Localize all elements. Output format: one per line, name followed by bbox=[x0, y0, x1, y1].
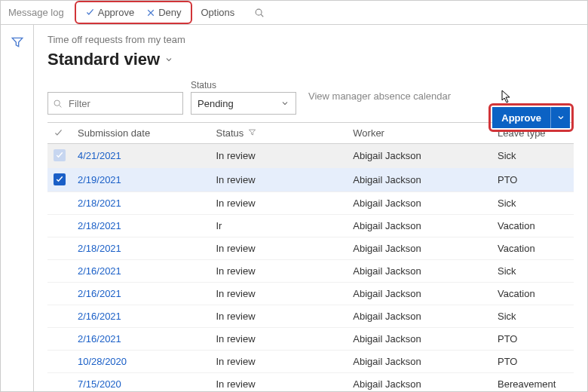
cell-submission-date[interactable]: 2/19/2021 bbox=[72, 168, 210, 192]
table-row[interactable]: 2/18/2021In reviewAbigail JacksonVacatio… bbox=[47, 237, 574, 260]
toolbar-deny-button[interactable]: Deny bbox=[140, 4, 187, 21]
filter-input[interactable] bbox=[67, 97, 178, 110]
check-icon bbox=[54, 173, 66, 185]
row-checkbox[interactable] bbox=[47, 260, 72, 283]
cell-leave-type: PTO bbox=[492, 168, 574, 192]
left-rail bbox=[1, 25, 34, 391]
page-title-text: Standard view bbox=[47, 50, 160, 69]
cell-leave-type: Vacation bbox=[492, 215, 574, 237]
manager-calendar-link[interactable]: View manager absence calendar bbox=[308, 90, 451, 102]
row-checkbox[interactable] bbox=[47, 192, 72, 215]
select-all-header[interactable] bbox=[47, 123, 72, 144]
status-value: Pending bbox=[198, 98, 234, 109]
cell-status: In review bbox=[210, 260, 348, 283]
table-row[interactable]: 2/18/2021IrAbigail JacksonVacation bbox=[47, 215, 574, 237]
cell-worker[interactable]: Abigail Jackson bbox=[347, 168, 492, 192]
breadcrumb: Time off requests from my team bbox=[47, 34, 574, 45]
cell-status: In review bbox=[210, 192, 348, 215]
cell-submission-date[interactable]: 2/16/2021 bbox=[72, 328, 210, 351]
row-checkbox[interactable] bbox=[47, 328, 72, 351]
search-icon bbox=[254, 8, 265, 18]
approve-primary-dropdown[interactable] bbox=[550, 107, 570, 128]
row-checkbox[interactable] bbox=[47, 144, 72, 168]
cell-worker[interactable]: Abigail Jackson bbox=[347, 283, 492, 305]
col-status[interactable]: Status bbox=[210, 123, 348, 144]
cell-leave-type: Sick bbox=[492, 192, 574, 215]
row-checkbox[interactable] bbox=[47, 351, 72, 373]
table-row[interactable]: 4/21/2021In reviewAbigail JacksonSick bbox=[47, 144, 574, 168]
search-icon bbox=[53, 99, 63, 109]
cell-status: In review bbox=[210, 351, 348, 373]
content-area: Time off requests from my team Standard … bbox=[1, 25, 587, 391]
table-row[interactable]: 2/16/2021In reviewAbigail JacksonPTO bbox=[47, 328, 574, 351]
table-row[interactable]: 10/28/2020In reviewAbigail JacksonPTO bbox=[47, 351, 574, 373]
table-row[interactable]: 2/16/2021In reviewAbigail JacksonSick bbox=[47, 260, 574, 283]
approve-primary-highlight: Approve bbox=[488, 103, 574, 132]
toolbar-approve-button[interactable]: Approve bbox=[79, 4, 140, 21]
cell-worker[interactable]: Abigail Jackson bbox=[347, 328, 492, 351]
cell-worker[interactable]: Abigail Jackson bbox=[347, 373, 492, 392]
filter-icon bbox=[248, 127, 256, 139]
main-panel: Time off requests from my team Standard … bbox=[34, 25, 587, 391]
approve-deny-highlight: Approve Deny bbox=[75, 1, 192, 24]
cell-worker[interactable]: Abigail Jackson bbox=[347, 260, 492, 283]
cell-leave-type: Vacation bbox=[492, 237, 574, 260]
filter-input-wrap[interactable] bbox=[47, 92, 183, 115]
table-row[interactable]: 2/16/2021In reviewAbigail JacksonSick bbox=[47, 305, 574, 328]
toolbar-search-button[interactable] bbox=[248, 5, 271, 21]
row-checkbox[interactable] bbox=[47, 237, 72, 260]
cell-worker[interactable]: Abigail Jackson bbox=[347, 192, 492, 215]
row-checkbox[interactable] bbox=[47, 283, 72, 305]
app-frame: Message log Approve Deny Options bbox=[0, 0, 588, 392]
toolbar-options-button[interactable]: Options bbox=[195, 4, 241, 21]
toolbar-deny-label: Deny bbox=[158, 7, 181, 18]
cell-submission-date[interactable]: 2/18/2021 bbox=[72, 215, 210, 237]
table-row[interactable]: 7/15/2020In reviewAbigail JacksonBereave… bbox=[47, 373, 574, 392]
message-log-button[interactable]: Message log bbox=[5, 4, 72, 21]
status-filter: Status Pending bbox=[191, 80, 296, 115]
page-title[interactable]: Standard view bbox=[47, 50, 574, 69]
approve-primary-button[interactable]: Approve bbox=[492, 107, 550, 128]
cursor-icon bbox=[501, 90, 512, 103]
cell-submission-date[interactable]: 2/18/2021 bbox=[72, 237, 210, 260]
svg-line-1 bbox=[262, 14, 264, 17]
cell-submission-date[interactable]: 2/18/2021 bbox=[72, 192, 210, 215]
filter-icon[interactable] bbox=[1, 35, 33, 49]
cell-worker[interactable]: Abigail Jackson bbox=[347, 215, 492, 237]
check-icon bbox=[54, 149, 66, 161]
row-checkbox[interactable] bbox=[47, 215, 72, 237]
cell-worker[interactable]: Abigail Jackson bbox=[347, 237, 492, 260]
cell-submission-date[interactable]: 2/16/2021 bbox=[72, 260, 210, 283]
row-checkbox[interactable] bbox=[47, 373, 72, 392]
cell-worker[interactable]: Abigail Jackson bbox=[347, 351, 492, 373]
chevron-down-icon bbox=[280, 99, 289, 108]
cell-worker[interactable]: Abigail Jackson bbox=[347, 144, 492, 168]
row-checkbox[interactable] bbox=[47, 305, 72, 328]
cell-leave-type: PTO bbox=[492, 328, 574, 351]
table-row[interactable]: 2/16/2021In reviewAbigail JacksonVacatio… bbox=[47, 283, 574, 305]
cell-submission-date[interactable]: 2/16/2021 bbox=[72, 305, 210, 328]
svg-point-2 bbox=[54, 100, 60, 106]
toolbar-approve-label: Approve bbox=[98, 7, 134, 18]
col-submission-date[interactable]: Submission date bbox=[72, 123, 210, 144]
cell-status: In review bbox=[210, 328, 348, 351]
table-row[interactable]: 2/18/2021In reviewAbigail JacksonSick bbox=[47, 192, 574, 215]
chevron-down-icon bbox=[164, 55, 173, 64]
status-label: Status bbox=[191, 80, 296, 90]
cell-leave-type: Sick bbox=[492, 305, 574, 328]
cell-submission-date[interactable]: 7/15/2020 bbox=[72, 373, 210, 392]
cell-submission-date[interactable]: 10/28/2020 bbox=[72, 351, 210, 373]
check-icon bbox=[54, 128, 66, 138]
cell-submission-date[interactable]: 2/16/2021 bbox=[72, 283, 210, 305]
cell-worker[interactable]: Abigail Jackson bbox=[347, 305, 492, 328]
x-icon bbox=[146, 8, 155, 17]
row-checkbox[interactable] bbox=[47, 168, 72, 192]
table-row[interactable]: 2/19/2021In reviewAbigail JacksonPTO bbox=[47, 168, 574, 192]
cell-status: Ir bbox=[210, 215, 348, 237]
cell-submission-date[interactable]: 4/21/2021 bbox=[72, 144, 210, 168]
svg-line-3 bbox=[60, 105, 62, 107]
cell-status: In review bbox=[210, 168, 348, 192]
cell-leave-type: Bereavement bbox=[492, 373, 574, 392]
col-worker[interactable]: Worker bbox=[347, 123, 492, 144]
status-select[interactable]: Pending bbox=[191, 92, 296, 115]
